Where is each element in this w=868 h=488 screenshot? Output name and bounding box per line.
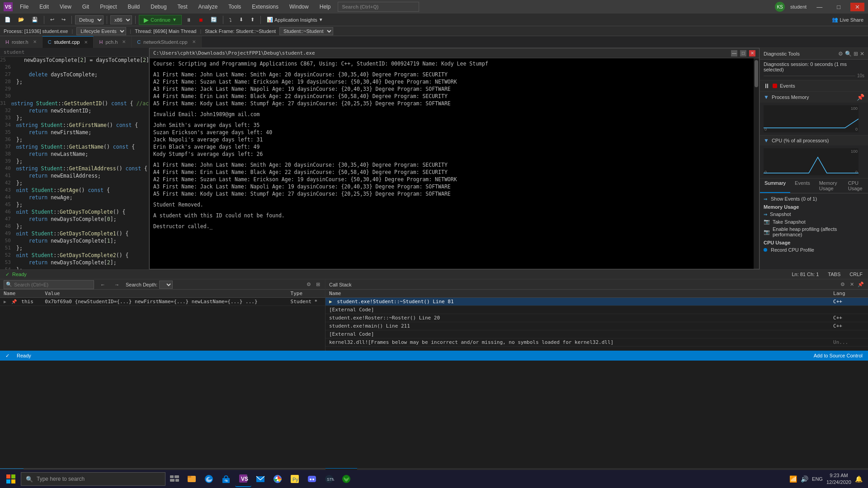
platform-select[interactable]: x86	[110, 15, 132, 24]
autos-forward-button[interactable]: →	[112, 280, 122, 290]
taskbar-store-icon[interactable]: 🛍	[218, 471, 234, 487]
diag-search-button[interactable]: 🔍	[845, 51, 852, 57]
redo-button[interactable]: ↪	[59, 15, 68, 25]
cs-row-ext-1[interactable]: [External Code]	[326, 306, 868, 314]
taskbar-steam-icon[interactable]: STM	[321, 471, 337, 487]
console-maximize[interactable]: □	[740, 50, 746, 56]
show-events-label[interactable]: Show Events (0 of 1)	[771, 196, 817, 202]
console-window[interactable]: C:\Users\cphtk\Downloads\ProjectFPP1\Deb…	[149, 48, 760, 269]
menu-edit[interactable]: Edit	[36, 3, 52, 11]
add-source-control[interactable]: Add to Source Control	[814, 353, 863, 358]
events-pause-button[interactable]: ⏸	[764, 82, 770, 89]
stack-frame-select[interactable]: Student::~Student	[279, 27, 333, 35]
row-expand-icon[interactable]: ▶	[4, 299, 6, 304]
cs-row-ext-2[interactable]: [External Code]	[326, 330, 868, 338]
live-share-button[interactable]: 👥 Live Share	[829, 15, 866, 25]
step-into-button[interactable]: ⬇	[236, 15, 246, 25]
task-view-button[interactable]	[166, 471, 183, 487]
diag-tab-cpu-usage[interactable]: CPU Usage	[844, 178, 868, 193]
new-file-button[interactable]: 📄	[2, 15, 14, 25]
taskbar-search[interactable]: 🔍 Type here to search	[21, 472, 165, 486]
process-memory-header[interactable]: ▼ Process Memory 📌	[760, 92, 868, 103]
taskbar-python-icon[interactable]: Py	[287, 471, 303, 487]
diag-settings-button[interactable]: ⚙	[838, 51, 843, 57]
tab-close-roster-h[interactable]: ✕	[33, 39, 37, 44]
events-section-header[interactable]: ⏸ Events	[760, 80, 868, 91]
stop-button[interactable]: ⏹	[196, 15, 206, 25]
cs-pin-button[interactable]: 📌	[857, 281, 864, 288]
cs-row-2[interactable]: student.exe!Roster::~Roster() Line 20 C+…	[326, 314, 868, 322]
diag-layout-button[interactable]: ⊞	[854, 51, 858, 57]
menu-project[interactable]: Project	[96, 3, 120, 11]
diag-tab-summary[interactable]: Summary	[760, 178, 790, 193]
taskbar-explorer-icon[interactable]	[184, 471, 200, 487]
tab-close-network-cpp[interactable]: ✕	[192, 39, 196, 44]
record-cpu-label[interactable]: Record CPU Profile	[771, 247, 814, 253]
console-close[interactable]: ✕	[749, 50, 755, 56]
menu-file[interactable]: File	[16, 3, 32, 11]
taskbar-time[interactable]: 9:23 AM 12/24/2020	[826, 472, 851, 486]
console-scrollbar[interactable]	[754, 58, 759, 269]
search-depth-select[interactable]: 3	[159, 281, 173, 289]
step-over-button[interactable]: ⤵	[226, 15, 235, 25]
minimize-button[interactable]: —	[812, 3, 827, 11]
maximize-button[interactable]: □	[832, 3, 845, 11]
close-button[interactable]: ✕	[850, 3, 864, 11]
start-button[interactable]	[2, 470, 20, 488]
tab-close-student-cpp[interactable]: ✕	[84, 40, 88, 45]
app-insights-button[interactable]: 📊 Application Insights ▼	[264, 16, 326, 23]
cs-row-1[interactable]: ▶ student.exe!Student::~Student() Line 8…	[326, 298, 868, 306]
taskbar-chrome-icon[interactable]	[269, 471, 286, 487]
menu-window[interactable]: Window	[286, 3, 312, 11]
cs-settings-button[interactable]: ⚙	[839, 281, 846, 288]
diag-tab-events[interactable]: Events	[790, 178, 815, 193]
menu-help[interactable]: Help	[316, 3, 335, 11]
tab-pch-h[interactable]: H pch.h ✕	[94, 36, 132, 48]
title-search-input[interactable]	[338, 2, 419, 12]
taskbar-vs-icon[interactable]: VS	[235, 471, 251, 487]
autos-layout-button[interactable]: ⊞	[314, 281, 321, 288]
console-scroll-thumb[interactable]	[755, 60, 758, 87]
cpu-section-header[interactable]: ▼ CPU (% of all processors)	[760, 136, 868, 145]
editor-content[interactable]: 25 newDaysToComplete[2] = daysToComplete…	[0, 57, 149, 269]
undo-button[interactable]: ↩	[47, 15, 57, 25]
step-out-button[interactable]: ⬆	[248, 15, 257, 25]
menu-debug[interactable]: Debug	[147, 3, 170, 11]
taskbar-xbox-icon[interactable]	[338, 471, 354, 487]
tab-roster-h[interactable]: H roster.h ✕	[0, 36, 42, 48]
autos-settings-button[interactable]: ⚙	[305, 281, 312, 288]
language-indicator[interactable]: ENG	[812, 476, 823, 482]
save-button[interactable]: 💾	[29, 15, 41, 25]
autos-row-this[interactable]: ▶ 📌 this 0x7bf69a0 {newStudentID={...} n…	[0, 298, 325, 306]
diag-close-button[interactable]: ✕	[860, 51, 864, 57]
tab-network-student-cpp[interactable]: C networkStudent.cpp ✕	[132, 36, 201, 48]
autos-back-button[interactable]: ←	[98, 280, 108, 290]
notification-icon[interactable]: 🔔	[855, 475, 863, 483]
diag-tab-memory-usage[interactable]: Memory Usage	[815, 178, 844, 193]
restart-button[interactable]: 🔄	[208, 15, 220, 25]
taskbar-discord-icon[interactable]	[304, 471, 320, 487]
menu-extensions[interactable]: Extensions	[248, 3, 282, 11]
menu-tools[interactable]: Tools	[225, 3, 245, 11]
menu-test[interactable]: Test	[174, 3, 191, 11]
heap-profiling-action[interactable]: 📷 Enable heap profiling (affects perform…	[760, 225, 868, 238]
code-editor[interactable]: student 25 newDaysToComplete[2] = daysTo…	[0, 48, 149, 269]
cs-row-3[interactable]: student.exe!main() Line 211 C++	[326, 322, 868, 330]
volume-icon[interactable]: 🔊	[801, 475, 808, 483]
console-minimize[interactable]: —	[731, 50, 737, 56]
taskbar-edge-icon[interactable]	[201, 471, 217, 487]
taskbar-mail-icon[interactable]	[252, 471, 269, 487]
pause-button[interactable]: ⏸	[184, 15, 194, 25]
take-snapshot-action[interactable]: 📷 Take Snapshot	[760, 218, 868, 225]
continue-button[interactable]: ▶ Continue ▼	[139, 15, 182, 25]
menu-build[interactable]: Build	[124, 3, 144, 11]
lifecycle-events-select[interactable]: Lifecycle Events	[76, 27, 126, 35]
debug-mode-select[interactable]: Debug	[75, 15, 104, 24]
menu-view[interactable]: View	[56, 3, 75, 11]
network-icon[interactable]: 📶	[789, 475, 797, 483]
tab-student-cpp[interactable]: C student.cpp ✕	[42, 36, 94, 48]
tab-close-pch-h[interactable]: ✕	[122, 39, 126, 44]
open-button[interactable]: 📂	[15, 15, 27, 25]
cs-close-button[interactable]: ✕	[848, 281, 855, 288]
cs-row-4[interactable]: kernel32.dll![Frames below may be incorr…	[326, 338, 868, 347]
